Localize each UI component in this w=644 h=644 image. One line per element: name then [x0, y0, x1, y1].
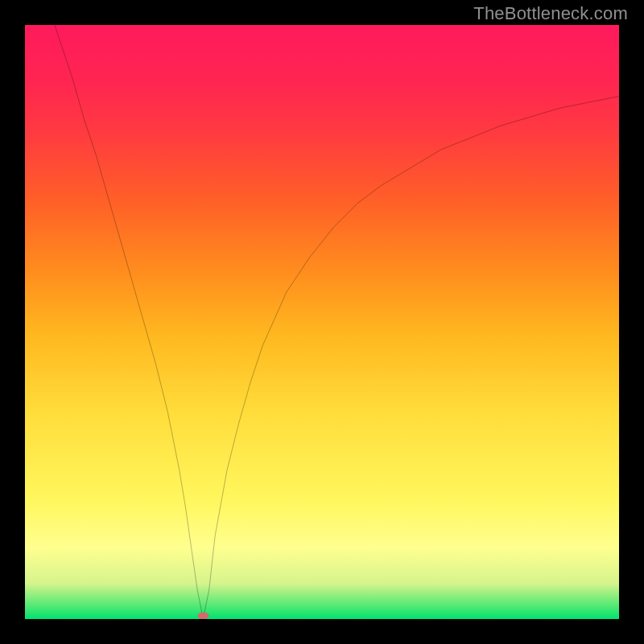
chart-frame: TheBottleneck.com [0, 0, 644, 644]
watermark-text: TheBottleneck.com [473, 3, 628, 24]
bottleneck-curve [55, 25, 619, 619]
chart-svg [25, 25, 619, 619]
chart-plot-area [25, 25, 619, 619]
optimum-marker [198, 613, 208, 619]
